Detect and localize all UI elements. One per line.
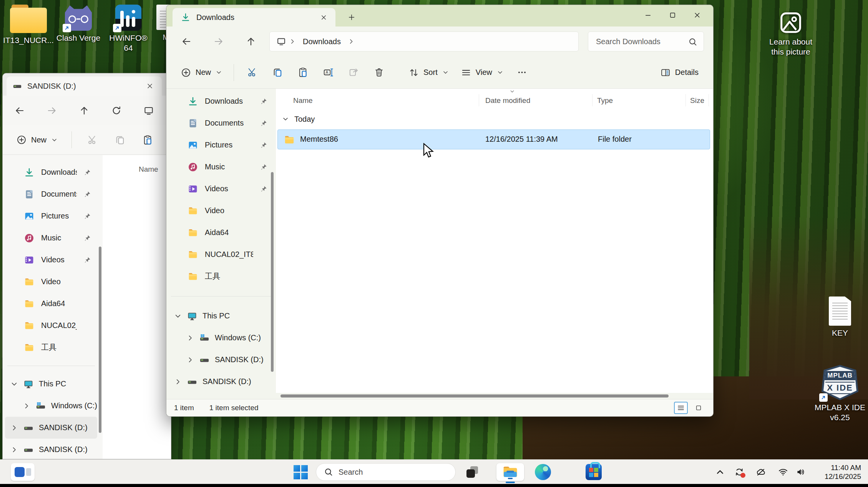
taskbar-clock[interactable]: 11:40 AM 12/16/2025 [825, 463, 861, 481]
large-icons-view-toggle[interactable] [692, 402, 705, 414]
sidebar-item-pictures[interactable]: Pictures [3, 205, 100, 227]
tree-item-sandisk-d[interactable]: SANDISK (D:) [166, 349, 276, 371]
rename-button[interactable] [316, 62, 340, 83]
paste-button[interactable] [136, 129, 159, 151]
tree-item-windows-c[interactable]: Windows (C:) [3, 395, 100, 417]
search-input[interactable] [588, 32, 704, 51]
refresh-button[interactable] [106, 100, 127, 121]
cut-button[interactable] [240, 62, 264, 83]
delete-button[interactable] [367, 62, 391, 83]
close-button[interactable] [685, 5, 709, 25]
tree-item-sandisk-d[interactable]: SANDISK (D:) [3, 439, 100, 459]
sidebar-item-videos[interactable]: Videos [166, 178, 276, 200]
documents-icon [188, 118, 198, 128]
tab-downloads[interactable]: Downloads [173, 8, 335, 27]
sidebar-item-videos[interactable]: Videos [3, 249, 100, 271]
task-view-button[interactable] [462, 463, 482, 481]
tray-volume-button[interactable] [792, 463, 809, 481]
back-button[interactable] [176, 31, 197, 52]
tray-network-button[interactable] [775, 463, 792, 481]
forward-button[interactable] [41, 100, 63, 121]
desktop-icon-mplab-x-ide[interactable]: MPLAB X IDE MPLAB X IDE v6.25 [813, 365, 867, 422]
new-button[interactable]: New [176, 62, 227, 83]
desktop-icon-it13-nucr[interactable]: IT13_NUCR... [3, 5, 54, 45]
address-location-icon[interactable] [138, 100, 159, 121]
tab-close-button[interactable] [317, 11, 330, 24]
tab-sandisk[interactable]: SANDISK (D:) [7, 76, 162, 96]
start-button[interactable] [290, 463, 310, 481]
sidebar-item-downloads[interactable]: Downloads [3, 161, 100, 183]
sidebar-scrollbar[interactable] [271, 172, 274, 372]
taskbar-search-input[interactable] [339, 468, 435, 477]
sort-button[interactable]: Sort [403, 62, 454, 83]
pictures-icon [24, 211, 34, 221]
scrollbar-thumb[interactable] [280, 394, 669, 398]
tray-overflow-button[interactable] [712, 463, 729, 481]
column-header-name[interactable]: Name [139, 165, 158, 174]
sidebar-item-music[interactable]: Music [3, 227, 100, 249]
address-bar[interactable]: Downloads [269, 31, 579, 51]
share-button[interactable] [342, 62, 365, 83]
copy-button[interactable] [266, 62, 289, 83]
search-box[interactable] [588, 31, 704, 51]
details-view-toggle[interactable] [674, 402, 688, 414]
tree-item-windows-c[interactable]: Windows (C:) [166, 327, 276, 349]
new-button[interactable]: New [11, 129, 63, 151]
tab-bar: Downloads [166, 5, 713, 27]
details-pane-button[interactable]: Details [655, 62, 704, 83]
copy-button[interactable] [108, 129, 132, 151]
sidebar-item-pictures[interactable]: Pictures [166, 134, 276, 156]
desktop-icon-hwinfo64[interactable]: HWiNFO® 64 [103, 5, 154, 53]
see-more-button[interactable] [510, 62, 534, 83]
forward-button[interactable] [208, 31, 229, 52]
tray-onedrive-button[interactable] [752, 463, 769, 481]
sidebar-item-aida64[interactable]: Aida64 [3, 293, 100, 315]
paste-button[interactable] [291, 62, 315, 83]
column-header-size[interactable]: Size [690, 96, 704, 105]
sidebar-scrollbar[interactable] [99, 247, 101, 433]
tree-item-sandisk-d[interactable]: SANDISK (D:) [166, 371, 276, 393]
taskbar-store-button[interactable] [582, 463, 606, 481]
back-button[interactable] [9, 100, 30, 121]
minimize-button[interactable] [636, 5, 660, 25]
sidebar-item-video[interactable]: Video [3, 271, 100, 293]
taskbar-search[interactable] [316, 463, 456, 481]
group-header-today[interactable]: Today [276, 111, 713, 127]
file-row-memtest86[interactable]: Memtest86 12/16/2025 11:39 AM File folde… [277, 129, 710, 149]
cut-button[interactable] [80, 129, 104, 151]
desktop-icon-key[interactable]: KEY [815, 297, 865, 338]
column-header-name[interactable]: Name [293, 96, 313, 105]
folder-icon [188, 206, 198, 216]
up-button[interactable] [73, 100, 95, 121]
taskbar-edge-button[interactable] [531, 463, 555, 481]
up-button[interactable] [240, 31, 262, 52]
folder-icon [188, 272, 198, 282]
sidebar-item-nucal02-it885[interactable]: NUCAL02_IT885 [166, 244, 276, 265]
maximize-button[interactable] [660, 5, 685, 25]
close-icon [146, 82, 154, 90]
sidebar-item-video[interactable]: Video [166, 200, 276, 222]
breadcrumb-downloads[interactable]: Downloads [299, 36, 345, 48]
tree-item-this-pc[interactable]: This PC [166, 305, 276, 327]
view-button[interactable]: View [456, 62, 509, 83]
tab-close-button[interactable] [144, 80, 156, 92]
sidebar-item-music[interactable]: Music [166, 156, 276, 178]
desktop-icon-learn-about-picture[interactable]: Learn about this picture [764, 11, 818, 57]
tree-item-sandisk-d-selected[interactable]: SANDISK (D:) [5, 417, 97, 439]
column-header-date-modified[interactable]: Date modified [485, 96, 530, 105]
new-tab-button[interactable] [344, 10, 359, 24]
column-header-type[interactable]: Type [597, 96, 613, 105]
sidebar-item-documents[interactable]: Documents [3, 183, 100, 205]
taskbar-file-explorer-button[interactable] [496, 463, 524, 481]
sidebar-item-tools[interactable]: 工具 [3, 336, 100, 358]
sidebar-item-nucal02-it885[interactable]: NUCAL02_IT885 [3, 315, 100, 336]
sidebar-item-documents[interactable]: Documents [166, 112, 276, 134]
sidebar-item-tools[interactable]: 工具 [166, 265, 276, 287]
desktop-icon-clash-verge[interactable]: Clash Verge [53, 5, 104, 43]
tree-item-this-pc[interactable]: This PC [3, 373, 100, 395]
taskbar-pinned-app-button[interactable] [11, 463, 35, 481]
tray-update-button[interactable] [731, 463, 748, 481]
sidebar-item-downloads[interactable]: Downloads [166, 90, 276, 112]
horizontal-scrollbar[interactable] [276, 393, 709, 399]
sidebar-item-aida64[interactable]: Aida64 [166, 222, 276, 244]
